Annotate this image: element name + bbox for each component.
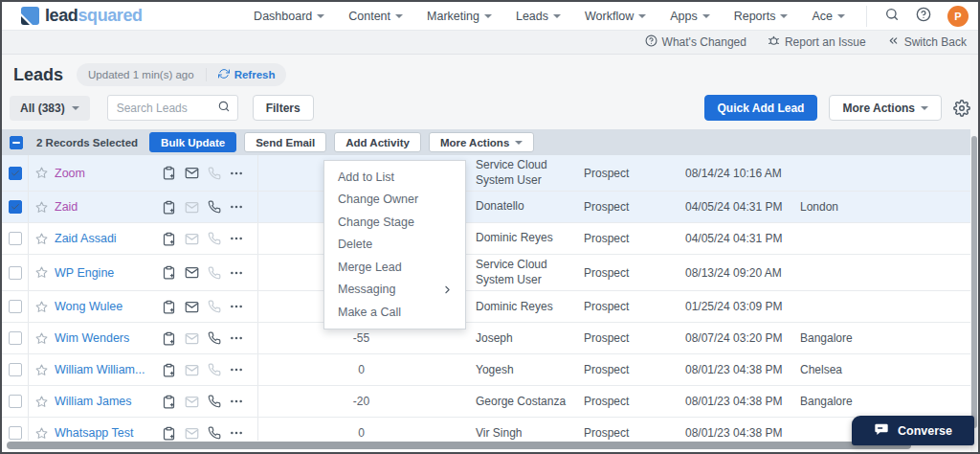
gear-icon[interactable]: [953, 100, 970, 117]
email-icon[interactable]: [185, 426, 199, 441]
menu-item-make-a-call[interactable]: Make a Call: [324, 301, 465, 324]
horizontal-scrollbar-thumb[interactable]: [7, 442, 911, 449]
refresh-button[interactable]: Refresh: [206, 68, 287, 81]
star-icon[interactable]: [35, 396, 48, 408]
add-activity-button[interactable]: Add Activity: [334, 132, 421, 152]
phone-icon[interactable]: [208, 395, 221, 408]
add-activity-icon[interactable]: [162, 426, 176, 441]
row-checkbox[interactable]: [9, 266, 22, 280]
lead-view-selector[interactable]: All (383): [10, 96, 90, 121]
add-activity-icon[interactable]: [162, 331, 176, 346]
select-all-checkbox[interactable]: [10, 136, 23, 149]
email-icon[interactable]: [185, 331, 199, 346]
star-icon[interactable]: [35, 301, 48, 313]
nav-item-reports[interactable]: Reports: [734, 10, 789, 23]
phone-icon[interactable]: [208, 167, 221, 180]
nav-item-leads[interactable]: Leads: [516, 10, 561, 23]
search-leads-input[interactable]: [115, 101, 217, 116]
row-more-icon[interactable]: [230, 395, 243, 408]
row-checkbox[interactable]: [9, 395, 22, 408]
search-icon[interactable]: [217, 100, 231, 117]
row-checkbox[interactable]: [9, 426, 22, 440]
quick-add-lead-button[interactable]: Quick Add Lead: [704, 95, 818, 121]
add-activity-icon[interactable]: [162, 395, 176, 409]
email-icon[interactable]: [185, 166, 199, 180]
header-more-actions-button[interactable]: More Actions: [829, 95, 942, 121]
menu-item-delete[interactable]: Delete: [324, 234, 465, 257]
phone-icon[interactable]: [208, 232, 221, 245]
nav-item-dashboard[interactable]: Dashboard: [254, 10, 324, 23]
row-checkbox[interactable]: [9, 200, 22, 214]
phone-icon[interactable]: [208, 426, 221, 440]
switch-back-button[interactable]: Switch Back: [887, 34, 967, 50]
phone-icon[interactable]: [208, 200, 221, 214]
lead-name-link[interactable]: Wim Wenders: [55, 331, 129, 345]
email-icon[interactable]: [185, 200, 199, 215]
row-more-icon[interactable]: [230, 300, 243, 313]
menu-item-messaging[interactable]: Messaging: [324, 279, 465, 302]
row-more-icon[interactable]: [230, 200, 243, 214]
row-checkbox[interactable]: [9, 232, 22, 245]
star-icon[interactable]: [35, 201, 48, 214]
converse-button[interactable]: Converse: [852, 416, 974, 445]
star-icon[interactable]: [35, 427, 48, 440]
lead-name-link[interactable]: Wong Wulee: [55, 300, 122, 313]
leadsquared-logo[interactable]: leadsquared: [21, 6, 143, 26]
menu-item-change-owner[interactable]: Change Owner: [324, 189, 465, 212]
row-more-icon[interactable]: [230, 331, 243, 345]
email-icon[interactable]: [185, 363, 199, 377]
nav-item-apps[interactable]: Apps: [670, 10, 710, 23]
add-activity-icon[interactable]: [162, 232, 176, 246]
lead-name-link[interactable]: Zoom: [55, 167, 85, 180]
lead-name-link[interactable]: William James: [55, 395, 132, 408]
star-icon[interactable]: [35, 233, 48, 245]
lead-name-link[interactable]: William William...: [55, 363, 145, 376]
phone-icon[interactable]: [208, 363, 221, 376]
user-avatar[interactable]: P: [947, 6, 969, 27]
menu-item-change-stage[interactable]: Change Stage: [324, 211, 465, 234]
row-checkbox[interactable]: [9, 167, 22, 180]
lead-name-link[interactable]: Whatsapp Test: [55, 426, 133, 440]
toolbar-more-actions-button[interactable]: More Actions: [429, 132, 534, 152]
email-icon[interactable]: [185, 265, 199, 280]
bulk-update-button[interactable]: Bulk Update: [149, 132, 236, 152]
phone-icon[interactable]: [208, 300, 221, 313]
row-checkbox[interactable]: [9, 300, 22, 313]
add-activity-icon[interactable]: [162, 265, 176, 280]
nav-item-marketing[interactable]: Marketing: [427, 10, 492, 23]
phone-icon[interactable]: [208, 331, 221, 345]
add-activity-icon[interactable]: [162, 166, 176, 180]
lead-name-link[interactable]: Zaid Assadi: [55, 232, 117, 245]
star-icon[interactable]: [35, 332, 48, 345]
row-checkbox[interactable]: [9, 331, 22, 345]
row-more-icon[interactable]: [230, 167, 243, 180]
whats-changed-button[interactable]: What's Changed: [645, 34, 746, 50]
row-more-icon[interactable]: [230, 232, 243, 245]
row-more-icon[interactable]: [230, 363, 243, 376]
lead-name-link[interactable]: Zaid: [55, 200, 78, 214]
send-email-button[interactable]: Send Email: [244, 132, 326, 152]
add-activity-icon[interactable]: [162, 200, 176, 215]
lead-name-link[interactable]: WP Engine: [55, 266, 114, 280]
row-checkbox[interactable]: [9, 363, 22, 376]
nav-item-ace[interactable]: Ace: [812, 10, 845, 23]
vertical-scrollbar-thumb[interactable]: [971, 136, 977, 428]
email-icon[interactable]: [185, 395, 199, 409]
menu-item-add-to-list[interactable]: Add to List: [324, 166, 465, 189]
filters-button[interactable]: Filters: [253, 95, 314, 121]
star-icon[interactable]: [35, 364, 48, 376]
help-icon[interactable]: [916, 7, 931, 26]
add-activity-icon[interactable]: [162, 300, 176, 314]
row-more-icon[interactable]: [230, 426, 243, 440]
email-icon[interactable]: [185, 232, 199, 246]
row-more-icon[interactable]: [230, 266, 243, 280]
search-icon[interactable]: [884, 7, 900, 26]
star-icon[interactable]: [35, 266, 48, 279]
nav-item-workflow[interactable]: Workflow: [585, 10, 646, 23]
nav-item-content[interactable]: Content: [348, 10, 403, 23]
menu-item-merge-lead[interactable]: Merge Lead: [324, 256, 465, 279]
star-icon[interactable]: [35, 167, 48, 179]
phone-icon[interactable]: [208, 266, 221, 280]
email-icon[interactable]: [185, 300, 199, 314]
add-activity-icon[interactable]: [162, 363, 176, 377]
